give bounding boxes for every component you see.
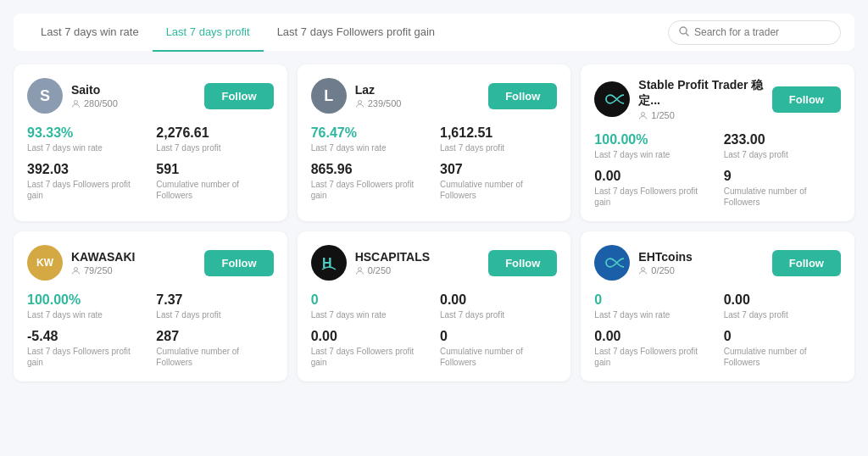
svg-point-7 — [358, 267, 361, 270]
follow-button[interactable]: Follow — [488, 250, 557, 276]
trader-card-stable-profit-trader: Stable Profit Trader 稳定... 1/250 Follow … — [581, 64, 854, 221]
trader-details: KAWASAKI 79/250 — [71, 250, 135, 275]
stat-value-0: 0 — [311, 292, 428, 308]
stat-value-2: 0.00 — [594, 169, 711, 184]
trader-card-kawasaki: KW KAWASAKI 79/250 Follow 100.00 — [14, 231, 287, 381]
stat-value-2: 865.96 — [311, 162, 428, 177]
card-header: H HSCAPITALS 0/250 Follow — [311, 245, 558, 281]
trader-name: Saito — [71, 83, 118, 97]
svg-point-8 — [642, 267, 645, 270]
person-icon — [71, 266, 81, 275]
stat-value-3: 287 — [156, 329, 273, 344]
stat-label-2: Last 7 days Followers profit gain — [594, 186, 711, 208]
svg-point-0 — [680, 27, 687, 34]
stat-label-1: Last 7 days profit — [724, 149, 841, 160]
card-header: Stable Profit Trader 稳定... 1/250 Follow — [594, 78, 841, 120]
stat-item-3: 0 Cumulative number of Followers — [440, 329, 557, 368]
follower-count: 1/250 — [638, 110, 771, 120]
svg-point-2 — [75, 100, 78, 103]
stat-label-0: Last 7 days win rate — [27, 309, 144, 320]
stat-value-1: 2,276.61 — [156, 125, 273, 141]
follow-button[interactable]: Follow — [488, 83, 557, 109]
tab-win-rate[interactable]: Last 7 days win rate — [27, 14, 153, 52]
trader-info: H HSCAPITALS 0/250 — [311, 245, 430, 281]
traders-grid: S Saito 280/500 Follow 93.33% — [14, 64, 854, 381]
stat-value-1: 0.00 — [440, 292, 557, 308]
person-icon — [355, 266, 364, 275]
stat-item-1: 1,612.51 Last 7 days profit — [440, 125, 557, 153]
svg-line-1 — [687, 33, 689, 36]
trader-details: HSCAPITALS 0/250 — [355, 250, 430, 275]
stat-label-2: Last 7 days Followers profit gain — [27, 346, 144, 368]
trader-details: Stable Profit Trader 稳定... 1/250 — [638, 78, 771, 120]
stat-label-1: Last 7 days profit — [156, 309, 273, 320]
follow-button[interactable]: Follow — [772, 86, 841, 113]
stat-value-3: 9 — [724, 169, 841, 184]
trader-name: Stable Profit Trader 稳定... — [638, 78, 771, 108]
stat-label-2: Last 7 days Followers profit gain — [594, 346, 711, 368]
search-icon — [679, 26, 689, 39]
tab-profit[interactable]: Last 7 days profit — [153, 14, 264, 52]
trader-name: HSCAPITALS — [355, 250, 430, 264]
stats-grid: 0 Last 7 days win rate 0.00 Last 7 days … — [594, 292, 841, 368]
stat-label-0: Last 7 days win rate — [27, 142, 144, 153]
stat-item-3: 287 Cumulative number of Followers — [156, 329, 273, 368]
stat-item-0: 100.00% Last 7 days win rate — [594, 132, 711, 160]
stat-label-0: Last 7 days win rate — [311, 309, 428, 320]
stat-value-1: 0.00 — [724, 292, 841, 308]
avatar — [594, 245, 630, 281]
person-icon — [71, 99, 81, 108]
stat-label-2: Last 7 days Followers profit gain — [27, 179, 144, 201]
avatar: KW — [27, 245, 63, 281]
header: Last 7 days win rateLast 7 days profitLa… — [14, 14, 854, 51]
stat-label-1: Last 7 days profit — [440, 142, 557, 153]
stat-item-0: 0 Last 7 days win rate — [594, 292, 711, 320]
stat-item-3: 591 Cumulative number of Followers — [156, 162, 273, 201]
search-input[interactable] — [694, 26, 830, 38]
stat-item-3: 0 Cumulative number of Followers — [724, 329, 841, 368]
stat-label-0: Last 7 days win rate — [311, 142, 428, 153]
stat-item-0: 0 Last 7 days win rate — [311, 292, 428, 320]
stat-item-3: 307 Cumulative number of Followers — [440, 162, 557, 201]
trader-details: EHTcoins 0/250 — [638, 250, 693, 275]
stat-item-1: 0.00 Last 7 days profit — [724, 292, 841, 320]
stat-label-1: Last 7 days profit — [724, 309, 841, 320]
search-box[interactable] — [668, 20, 841, 45]
trader-info: KW KAWASAKI 79/250 — [27, 245, 135, 281]
stat-value-3: 0 — [724, 329, 841, 344]
follower-count: 239/500 — [355, 98, 402, 108]
trader-info: S Saito 280/500 — [27, 78, 118, 114]
stat-value-0: 93.33% — [27, 125, 144, 141]
person-icon — [638, 111, 648, 120]
stat-item-2: 0.00 Last 7 days Followers profit gain — [594, 169, 711, 208]
follow-button[interactable]: Follow — [772, 250, 841, 276]
stat-label-3: Cumulative number of Followers — [156, 346, 273, 368]
tabs-container: Last 7 days win rateLast 7 days profitLa… — [27, 14, 448, 51]
tab-followers-gain[interactable]: Last 7 days Followers profit gain — [264, 14, 448, 52]
follower-count-text: 79/250 — [84, 265, 113, 275]
trader-card-saito: S Saito 280/500 Follow 93.33% — [14, 64, 287, 221]
trader-info: L Laz 239/500 — [311, 78, 402, 114]
stat-label-3: Cumulative number of Followers — [724, 346, 841, 368]
trader-card-ehtcoins: EHTcoins 0/250 Follow 0 Last 7 days win … — [581, 231, 854, 381]
trader-card-laz: L Laz 239/500 Follow 76.47% — [298, 64, 571, 221]
stat-label-2: Last 7 days Followers profit gain — [311, 346, 428, 368]
follower-count-text: 1/250 — [651, 110, 675, 120]
follow-button[interactable]: Follow — [204, 83, 273, 109]
stat-label-0: Last 7 days win rate — [594, 149, 711, 160]
avatar — [594, 81, 630, 117]
stat-label-3: Cumulative number of Followers — [440, 179, 557, 201]
trader-info: EHTcoins 0/250 — [594, 245, 693, 281]
stat-item-0: 76.47% Last 7 days win rate — [311, 125, 428, 153]
stat-value-3: 591 — [156, 162, 273, 177]
stats-grid: 76.47% Last 7 days win rate 1,612.51 Las… — [311, 125, 558, 201]
card-header: L Laz 239/500 Follow — [311, 78, 558, 114]
avatar: S — [27, 78, 63, 114]
stat-label-2: Last 7 days Followers profit gain — [311, 179, 428, 201]
stat-value-3: 307 — [440, 162, 557, 177]
trader-name: Laz — [355, 83, 402, 97]
stat-item-3: 9 Cumulative number of Followers — [724, 169, 841, 208]
stat-item-2: 865.96 Last 7 days Followers profit gain — [311, 162, 428, 201]
follow-button[interactable]: Follow — [204, 250, 273, 276]
stat-item-1: 2,276.61 Last 7 days profit — [156, 125, 273, 153]
